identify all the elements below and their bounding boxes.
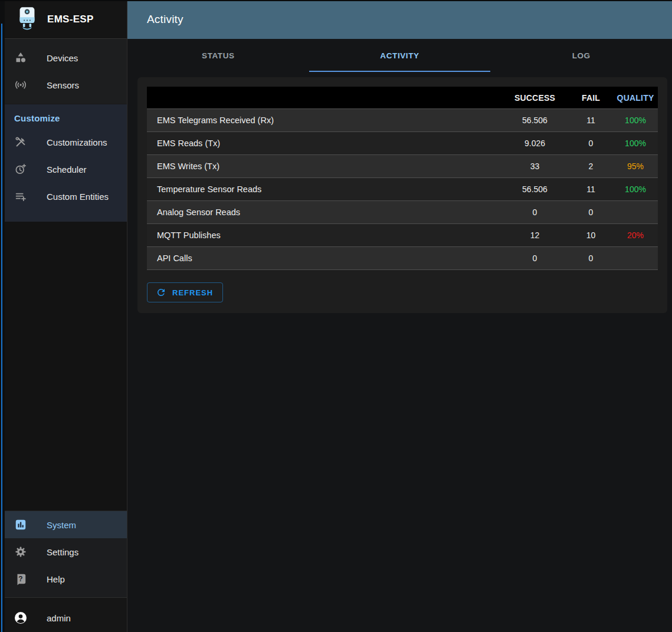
sidebar-item-customizations[interactable]: Customizations [5,129,127,156]
boiler-logo-icon [18,6,37,33]
row-fail: 0 [569,139,613,148]
row-success: 9.026 [501,139,569,148]
sidebar-item-help[interactable]: ? Help [5,565,127,592]
row-quality: 20% [613,231,658,240]
sidebar-spacer [5,222,127,511]
tab-log[interactable]: LOG [490,39,672,72]
row-fail: 0 [569,254,613,263]
refresh-button[interactable]: REFRESH [147,282,223,302]
row-fail: 10 [569,231,613,240]
table-row: EMS Writes (Tx) 33 2 95% [147,155,658,178]
playlist-add-icon [14,189,28,203]
table-row: Temperature Sensor Reads 56.506 11 100% [147,178,658,201]
row-fail: 11 [569,185,613,194]
row-quality: 100% [613,116,658,125]
app-name: EMS-ESP [47,14,94,25]
category-icon [14,51,28,65]
sidebar-item-label: Scheduler [47,164,87,175]
sidebar-item-label: Help [47,574,65,584]
row-quality: 100% [613,185,658,194]
analytics-icon [14,518,28,532]
sidebar-item-label: Settings [47,547,78,557]
table-row: MQTT Publishes 12 10 20% [147,224,658,247]
screen-top-edge [0,0,672,1]
row-fail: 11 [569,116,613,125]
app-header: EMS-ESP [5,0,127,39]
row-quality: 100% [613,139,658,148]
sidebar-item-label: Sensors [47,80,79,90]
table-body: EMS Telegrams Received (Rx) 56.506 11 10… [147,109,658,270]
sidebar-item-label: System [47,520,76,530]
table-header-row: SUCCESS FAIL QUALITY [147,87,658,109]
column-header-success: SUCCESS [501,93,569,103]
row-fail: 2 [569,162,613,171]
table-row: EMS Reads (Tx) 9.026 0 100% [147,132,658,155]
sidebar-item-label: Devices [47,53,78,63]
row-success: 33 [501,162,569,171]
user-name: admin [47,613,71,623]
row-quality: 95% [613,162,658,171]
row-name: Analog Sensor Reads [147,208,501,217]
app-bar: Activity [127,0,672,39]
row-name: API Calls [147,254,501,263]
row-name: EMS Writes (Tx) [147,162,501,171]
sidebar-main-group: Devices Sensors [5,39,127,104]
row-name: MQTT Publishes [147,231,501,240]
row-success: 0 [501,208,569,217]
left-gutter [0,0,5,632]
column-header-quality: QUALITY [613,93,658,103]
gear-icon [14,545,28,559]
tab-activity[interactable]: ACTIVITY [309,39,491,72]
activity-panel: SUCCESS FAIL QUALITY EMS Telegrams Recei… [137,77,667,313]
table-row: API Calls 0 0 [147,247,658,270]
sidebar-item-settings[interactable]: Settings [5,538,127,565]
row-name: Temperature Sensor Reads [147,185,501,194]
activity-table: SUCCESS FAIL QUALITY EMS Telegrams Recei… [147,87,658,270]
table-row: EMS Telegrams Received (Rx) 56.506 11 10… [147,109,658,132]
column-header-fail: FAIL [569,93,613,103]
user-menu-admin[interactable]: admin [5,604,127,631]
sidebar-item-system[interactable]: System [5,511,127,538]
main-area: Activity STATUS ACTIVITY LOG SUCCESS FAI… [127,0,672,632]
sidebar-item-label: Custom Entities [47,192,109,202]
table-row: Analog Sensor Reads 0 0 [147,201,658,224]
sidebar-item-sensors[interactable]: Sensors [5,71,127,98]
row-success: 56.506 [501,116,569,125]
sidebar-item-custom-entities[interactable]: Custom Entities [5,183,127,210]
help-icon: ? [14,572,28,586]
sidebar-item-label: Customizations [47,137,107,147]
sidebar-bottom-group: System Settings [5,511,127,597]
sidebar-user-section: admin [5,597,127,632]
svg-text:?: ? [18,575,22,583]
more-time-icon [14,162,28,176]
refresh-button-label: REFRESH [172,288,213,297]
sidebar-item-devices[interactable]: Devices [5,44,127,71]
refresh-icon [156,287,172,298]
customize-section-header: Customize [5,104,127,129]
sidebar-item-scheduler[interactable]: Scheduler [5,156,127,183]
row-success: 12 [501,231,569,240]
row-success: 56.506 [501,185,569,194]
row-success: 0 [501,254,569,263]
tab-bar: STATUS ACTIVITY LOG [127,39,672,72]
sidebar: EMS-ESP Devices [5,0,127,632]
row-name: EMS Telegrams Received (Rx) [147,116,501,125]
left-accent-line [1,24,2,632]
sidebar-customize-group: Customize Customizations [5,104,127,222]
construction-icon [14,135,28,149]
row-name: EMS Reads (Tx) [147,139,501,148]
page-title: Activity [147,13,183,26]
tab-status[interactable]: STATUS [127,39,309,72]
sensors-icon [14,78,28,92]
row-fail: 0 [569,208,613,217]
account-icon [14,611,28,625]
